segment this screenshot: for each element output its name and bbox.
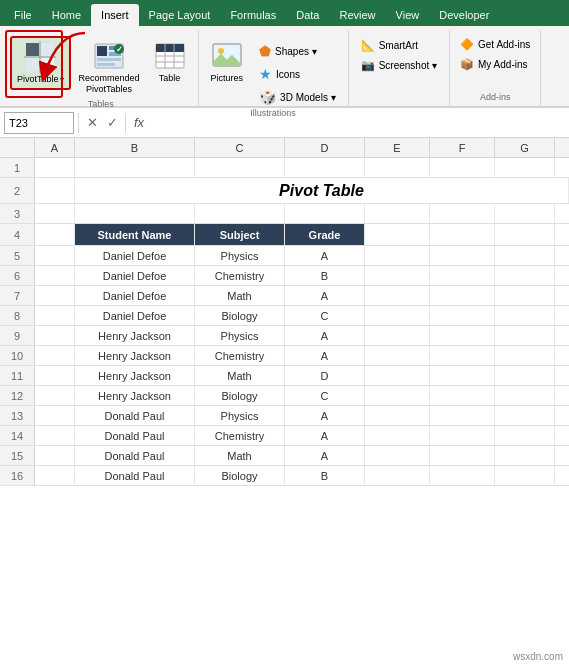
tab-home[interactable]: Home (42, 4, 91, 26)
cell-a2[interactable] (35, 178, 75, 203)
header-name[interactable]: Student Name (75, 224, 195, 245)
tab-review[interactable]: Review (329, 4, 385, 26)
icons-button[interactable]: ★ Icons (253, 63, 342, 85)
screenshot-button[interactable]: 📷 Screenshot ▾ (355, 56, 443, 75)
cell-subject-7[interactable]: Math (195, 286, 285, 305)
icons-icon: ★ (259, 66, 272, 82)
pictures-button[interactable]: Pictures (205, 36, 250, 108)
cell-f4[interactable] (430, 224, 495, 245)
table-row: 3 (0, 204, 569, 224)
tab-insert[interactable]: Insert (91, 4, 139, 26)
cell-f3[interactable] (430, 204, 495, 223)
cell-a3[interactable] (35, 204, 75, 223)
col-header-a[interactable]: A (35, 138, 75, 157)
cell-name-5[interactable]: Daniel Defoe (75, 246, 195, 265)
cell-grade-15[interactable]: A (285, 446, 365, 465)
cell-name-6[interactable]: Daniel Defoe (75, 266, 195, 285)
ribbon-group-addins: 🔶 Get Add-ins 📦 My Add-ins Add-ins (450, 30, 541, 106)
cell-e4[interactable] (365, 224, 430, 245)
cell-name-11[interactable]: Henry Jackson (75, 366, 195, 385)
cell-grade-8[interactable]: C (285, 306, 365, 325)
cell-name-13[interactable]: Donald Paul (75, 406, 195, 425)
svg-rect-7 (97, 46, 107, 56)
recommended-pivottables-button[interactable]: ✓ RecommendedPivotTables (73, 36, 146, 99)
cell-grade-16[interactable]: B (285, 466, 365, 485)
cell-name-14[interactable]: Donald Paul (75, 426, 195, 445)
cell-subject-10[interactable]: Chemistry (195, 346, 285, 365)
cell-grade-6[interactable]: B (285, 266, 365, 285)
cell-subject-13[interactable]: Physics (195, 406, 285, 425)
fx-label: fx (130, 115, 148, 130)
cancel-formula-button[interactable]: ✕ (83, 114, 101, 132)
cell-grade-11[interactable]: D (285, 366, 365, 385)
3dmodels-button[interactable]: 🎲 3D Models ▾ (253, 86, 342, 108)
cell-grade-5[interactable]: A (285, 246, 365, 265)
cell-f1[interactable] (430, 158, 495, 177)
myaddins-button[interactable]: 📦 My Add-ins (456, 56, 534, 73)
cell-grade-10[interactable]: A (285, 346, 365, 365)
tab-file[interactable]: File (4, 4, 42, 26)
confirm-formula-button[interactable]: ✓ (103, 114, 121, 132)
cell-subject-9[interactable]: Physics (195, 326, 285, 345)
tab-developer[interactable]: Developer (429, 4, 499, 26)
svg-rect-11 (97, 63, 115, 66)
cell-g3[interactable] (495, 204, 555, 223)
cell-a4[interactable] (35, 224, 75, 245)
cell-name-9[interactable]: Henry Jackson (75, 326, 195, 345)
cell-grade-7[interactable]: A (285, 286, 365, 305)
tab-view[interactable]: View (386, 4, 430, 26)
col-header-c[interactable]: C (195, 138, 285, 157)
cell-e1[interactable] (365, 158, 430, 177)
header-subject[interactable]: Subject (195, 224, 285, 245)
formula-input[interactable] (152, 114, 565, 132)
cell-d3[interactable] (285, 204, 365, 223)
cell-name-7[interactable]: Daniel Defoe (75, 286, 195, 305)
svg-rect-10 (97, 58, 121, 61)
cell-b1[interactable] (75, 158, 195, 177)
cell-name-10[interactable]: Henry Jackson (75, 346, 195, 365)
name-box[interactable]: T23 (4, 112, 74, 134)
ribbon-tabs: File Home Insert Page Layout Formulas Da… (0, 0, 569, 26)
shapes-button[interactable]: ⬟ Shapes ▾ (253, 40, 342, 62)
cell-subject-15[interactable]: Math (195, 446, 285, 465)
cell-subject-16[interactable]: Biology (195, 466, 285, 485)
cell-e3[interactable] (365, 204, 430, 223)
col-header-f[interactable]: F (430, 138, 495, 157)
cell-grade-12[interactable]: C (285, 386, 365, 405)
cell-b3[interactable] (75, 204, 195, 223)
cell-d1[interactable] (285, 158, 365, 177)
cell-subject-8[interactable]: Biology (195, 306, 285, 325)
cell-c3[interactable] (195, 204, 285, 223)
header-grade[interactable]: Grade (285, 224, 365, 245)
ribbon-group-smartart: 📐 SmartArt 📷 Screenshot ▾ (349, 30, 450, 106)
cell-subject-5[interactable]: Physics (195, 246, 285, 265)
cell-subject-11[interactable]: Math (195, 366, 285, 385)
tab-pagelayout[interactable]: Page Layout (139, 4, 221, 26)
getaddins-button[interactable]: 🔶 Get Add-ins (456, 36, 534, 53)
cell-g1[interactable] (495, 158, 555, 177)
cell-grade-14[interactable]: A (285, 426, 365, 445)
pivottable-button[interactable]: PivotTable▾ (10, 36, 71, 90)
tab-formulas[interactable]: Formulas (220, 4, 286, 26)
cell-name-8[interactable]: Daniel Defoe (75, 306, 195, 325)
smartart-button[interactable]: 📐 SmartArt (355, 36, 443, 55)
col-header-g[interactable]: G (495, 138, 555, 157)
cell-name-15[interactable]: Donald Paul (75, 446, 195, 465)
cell-c1[interactable] (195, 158, 285, 177)
table-button[interactable]: Table (148, 36, 192, 88)
cell-subject-12[interactable]: Biology (195, 386, 285, 405)
cell-a1[interactable] (35, 158, 75, 177)
cell-name-16[interactable]: Donald Paul (75, 466, 195, 485)
cell-subject-14[interactable]: Chemistry (195, 426, 285, 445)
cell-name-12[interactable]: Henry Jackson (75, 386, 195, 405)
col-header-b[interactable]: B (75, 138, 195, 157)
cell-subject-6[interactable]: Chemistry (195, 266, 285, 285)
cell-a5[interactable] (35, 246, 75, 265)
cell-g4[interactable] (495, 224, 555, 245)
cell-grade-13[interactable]: A (285, 406, 365, 425)
col-header-e[interactable]: E (365, 138, 430, 157)
cell-grade-9[interactable]: A (285, 326, 365, 345)
tab-data[interactable]: Data (286, 4, 329, 26)
pivot-title-cell[interactable]: Pivot Table (75, 178, 569, 203)
col-header-d[interactable]: D (285, 138, 365, 157)
